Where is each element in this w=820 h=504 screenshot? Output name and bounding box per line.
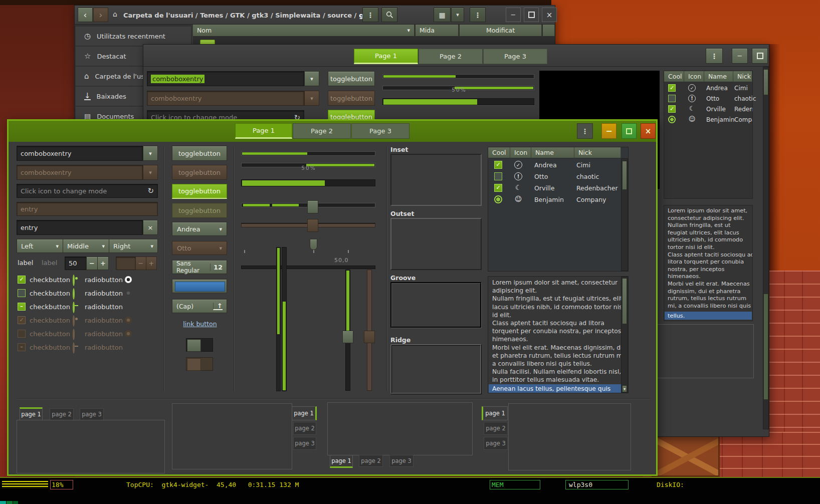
- maximize-button[interactable]: [524, 8, 539, 22]
- togglebutton[interactable]: togglebutton: [328, 71, 375, 86]
- hamburger-button[interactable]: ⋮: [470, 8, 486, 22]
- radiobutton-unchecked[interactable]: [73, 288, 75, 300]
- notebook2-tab-page2[interactable]: page 2: [293, 422, 316, 435]
- scrollbar-handle[interactable]: [763, 294, 768, 400]
- tree-header-cool[interactable]: Cool: [664, 71, 684, 82]
- togglebutton-active[interactable]: togglebutton: [172, 184, 227, 199]
- vertical-scale-handle[interactable]: [342, 331, 353, 343]
- row-checkbox-checked[interactable]: ✓: [668, 84, 676, 92]
- notebook1-tab-page2[interactable]: page 2: [50, 408, 74, 420]
- comboboxentry-field[interactable]: comboboxentry: [147, 71, 304, 86]
- name-combobox[interactable]: Andrea▾: [172, 222, 227, 236]
- combo-left[interactable]: Left▾: [17, 239, 63, 253]
- tree-header-name[interactable]: Name: [704, 71, 733, 82]
- comboboxentry-caret-button[interactable]: ▾: [143, 146, 158, 161]
- menu-button[interactable]: ⋮: [706, 48, 723, 64]
- tab-page3[interactable]: Page 3: [483, 49, 547, 64]
- row-checkbox-checked[interactable]: ✓: [494, 184, 502, 192]
- filemanager-titlebar[interactable]: ‹ › ⌂ Carpeta de l'usuari / Temes / GTK …: [75, 6, 555, 25]
- tree-header-nick[interactable]: Nick: [574, 147, 621, 158]
- back-button[interactable]: ‹: [78, 8, 93, 22]
- tab-page1[interactable]: Page 1: [354, 49, 418, 64]
- checkbutton-checked[interactable]: ✓: [18, 276, 26, 284]
- sidebar-item-recent[interactable]: ◷Utilitzats recentment: [76, 27, 191, 46]
- entry-field[interactable]: entry: [17, 220, 143, 235]
- entry-clear-button[interactable]: ×: [143, 220, 158, 235]
- row-checkbox-checked[interactable]: ✓: [494, 161, 502, 169]
- forward-button[interactable]: ›: [93, 8, 108, 22]
- scrollbar-handle[interactable]: [622, 161, 627, 190]
- tree-header-icon[interactable]: Icon: [510, 147, 531, 158]
- spin-plus-button[interactable]: +: [97, 257, 109, 270]
- column-header-size[interactable]: Mida: [416, 25, 459, 37]
- search-button[interactable]: [381, 8, 397, 22]
- combo-middle[interactable]: Middle▾: [63, 239, 109, 253]
- tree-scrollbar[interactable]: [621, 158, 628, 271]
- row-radio-checked[interactable]: [668, 116, 676, 123]
- comboboxentry-field[interactable]: comboboxentry: [17, 146, 143, 161]
- close-button[interactable]: ×: [641, 123, 656, 139]
- menu-button[interactable]: ⋮: [362, 8, 378, 22]
- font-button[interactable]: Sans Regular12: [172, 260, 227, 274]
- scrollbar-handle[interactable]: [763, 69, 768, 95]
- maximize-button[interactable]: [752, 48, 768, 64]
- gtk3-titlebar[interactable]: Page 1 Page 2 Page 3 ⋮ −: [143, 45, 769, 67]
- radio-standalone-dim[interactable]: [125, 290, 132, 297]
- close-button[interactable]: ×: [542, 8, 557, 22]
- notebook3-tab-page1[interactable]: page 1: [330, 455, 353, 468]
- notebook2-tab-page3[interactable]: page 3: [293, 437, 316, 450]
- scale-marks-handle[interactable]: [310, 239, 317, 250]
- notebook1-tab-page3[interactable]: page 3: [80, 408, 104, 420]
- spinbutton-field[interactable]: 50: [65, 257, 87, 270]
- maximize-button[interactable]: [622, 123, 637, 139]
- row-checkbox-checked[interactable]: ✓: [668, 105, 676, 113]
- gtk4-titlebar[interactable]: Page 1 Page 2 Page 3 ⋮ − ×: [9, 121, 656, 142]
- tree-header-nick[interactable]: Nick: [733, 71, 752, 82]
- notebook4-tab-page3[interactable]: page 3: [484, 437, 508, 450]
- radio-standalone[interactable]: [125, 276, 132, 283]
- minimize-button[interactable]: −: [601, 123, 617, 139]
- notebook3-tab-page2[interactable]: page 2: [359, 455, 383, 467]
- refresh-icon[interactable]: ↻: [147, 186, 154, 195]
- table-row[interactable]: ☺ Benjamin Compa: [664, 115, 752, 125]
- checkbutton-unchecked[interactable]: [18, 289, 26, 297]
- scrollbar-handle[interactable]: [622, 278, 627, 324]
- switch[interactable]: [186, 338, 213, 352]
- tab-page2[interactable]: Page 2: [293, 123, 351, 139]
- radiobutton-checked[interactable]: [73, 275, 75, 286]
- table-row[interactable]: ☺ Benjamin Company: [488, 194, 621, 206]
- link-button[interactable]: link button: [174, 320, 226, 328]
- tree-header-icon[interactable]: Icon: [684, 71, 704, 82]
- tree-header-cool[interactable]: Cool: [488, 147, 510, 158]
- notebook2-tab-page1[interactable]: page 1: [292, 406, 317, 420]
- vertical-scale[interactable]: [345, 270, 350, 391]
- tab-page1[interactable]: Page 1: [235, 123, 292, 139]
- minimize-button[interactable]: −: [506, 8, 521, 22]
- view-options-button[interactable]: ▾: [451, 8, 464, 22]
- notebook4-tab-page1[interactable]: page 1: [482, 406, 508, 420]
- table-row[interactable]: ✓ ✓ Andrea Cimi: [664, 83, 752, 94]
- menu-button[interactable]: ⋮: [577, 123, 593, 139]
- gtk3-textview[interactable]: Lorem ipsum dolor sit amet, consectetur …: [664, 205, 753, 321]
- notebook1-tab-page1[interactable]: page 1: [20, 407, 43, 420]
- minimize-button[interactable]: −: [732, 48, 748, 64]
- checkbutton-mixed[interactable]: –: [18, 303, 26, 311]
- togglebutton[interactable]: togglebutton: [172, 146, 227, 161]
- row-radio-checked[interactable]: [494, 195, 502, 203]
- scroll-down-button[interactable]: ▾: [622, 385, 627, 392]
- gtk3-scrollbar[interactable]: [763, 67, 769, 429]
- table-row[interactable]: ✓ ☾ Orville Redenb: [664, 104, 752, 115]
- scale-with-marks[interactable]: [241, 266, 375, 269]
- view-grid-button[interactable]: ▦: [434, 8, 451, 22]
- row-checkbox-unchecked[interactable]: [494, 172, 502, 180]
- color-button[interactable]: [172, 279, 227, 293]
- table-row[interactable]: ✓ ✓ Andrea Cimi: [488, 160, 621, 171]
- combo-right[interactable]: Right▾: [109, 239, 158, 253]
- column-header-name[interactable]: Nom▾: [193, 25, 415, 37]
- spin-minus-button[interactable]: −: [86, 257, 98, 270]
- scale-handle[interactable]: [307, 200, 318, 213]
- textview-scrollbar[interactable]: ▾: [621, 277, 628, 393]
- gtk4-textview[interactable]: Lorem ipsum dolor sit amet, consectetur …: [488, 276, 629, 393]
- notebook3-tab-page3[interactable]: page 3: [389, 455, 414, 467]
- table-row[interactable]: ✓ ☾ Orville Redenbacher: [488, 183, 621, 194]
